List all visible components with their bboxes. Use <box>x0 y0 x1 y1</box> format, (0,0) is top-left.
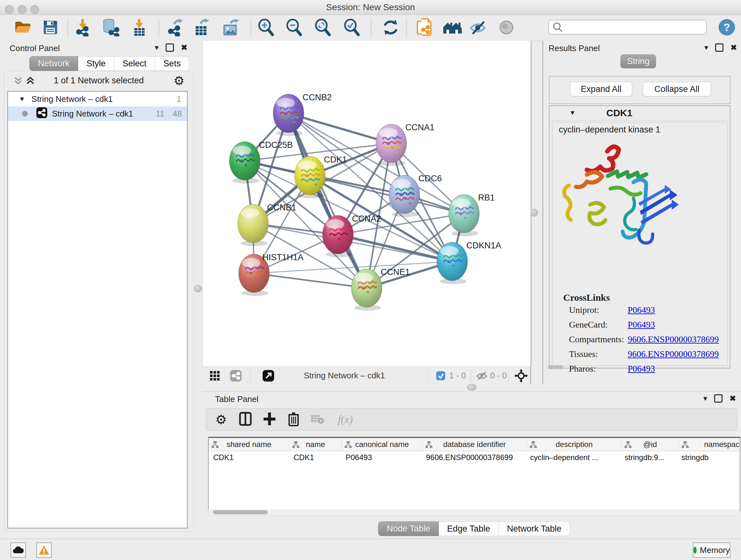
expand-all-button[interactable]: Expand All <box>570 82 632 97</box>
close-panel-icon[interactable]: ✖ <box>731 44 737 51</box>
import-table-file-icon[interactable] <box>132 18 146 38</box>
birds-eye-view-icon[interactable] <box>262 370 274 383</box>
table-hscrollbar-thumb[interactable] <box>213 510 268 514</box>
table-row[interactable]: CDK1CDK1P064939606.ENSP00000378699cyclin… <box>209 451 740 464</box>
results-button-bar: Expand All Collapse All <box>549 76 731 104</box>
network-node-CCNA1[interactable]: CCNA1 <box>376 123 434 166</box>
zoom-selected-icon[interactable] <box>344 19 360 37</box>
left-splitter-knob[interactable] <box>194 285 202 293</box>
duplicate-network-icon[interactable] <box>416 18 433 38</box>
footer-separator <box>508 369 509 382</box>
horizontal-splitter-knob[interactable] <box>467 384 476 390</box>
crosslink-link[interactable]: 9606.ENSP00000378699 <box>628 334 719 345</box>
network-node-CDKN1A[interactable]: CDKN1A <box>437 241 501 284</box>
search-input[interactable] <box>565 22 706 32</box>
table-cell[interactable]: cyclin–dependent ... <box>526 451 620 464</box>
network-node-HIST1H1A[interactable]: HIST1H1A <box>239 253 304 296</box>
tab-style[interactable]: Style <box>78 56 114 71</box>
collapse-panel-icon[interactable]: ▾ <box>155 44 158 51</box>
close-panel-icon[interactable]: ✖ <box>181 44 187 51</box>
tab-edge-table[interactable]: Edge Table <box>439 521 499 536</box>
open-session-icon[interactable] <box>14 20 31 36</box>
table-hscrollbar[interactable] <box>208 509 740 516</box>
zoom-in-icon[interactable] <box>258 19 274 37</box>
column-header-description[interactable]: description <box>527 438 622 451</box>
export-image-icon[interactable] <box>222 19 240 37</box>
table-cell[interactable]: CDK1 <box>209 451 289 464</box>
column-header-name[interactable]: name <box>289 438 342 451</box>
tab-node-table[interactable]: Node Table <box>378 521 439 536</box>
tab-string[interactable]: String <box>620 54 656 68</box>
zoom-fit-icon[interactable] <box>315 19 331 37</box>
warning-icon <box>39 545 50 555</box>
network-node-CCNB1[interactable]: CCNB1 <box>238 203 296 246</box>
table-panel-title: Table Panel <box>215 394 259 404</box>
column-header-@id[interactable]: @id <box>622 438 679 451</box>
column-header-namespace[interactable]: namespace <box>679 438 740 451</box>
collapse-panel-icon[interactable]: ▾ <box>704 44 708 51</box>
crosslink-link[interactable]: P06493 <box>628 364 655 374</box>
memory-button[interactable]: Memory <box>693 543 731 558</box>
selected-checkbox-icon[interactable] <box>436 371 446 382</box>
collapse-all-button[interactable]: Collapse All <box>643 82 711 97</box>
network-node-RB1[interactable]: RB1 <box>449 193 495 236</box>
save-session-icon[interactable] <box>43 20 58 36</box>
pan-crosshair-icon[interactable] <box>515 369 528 384</box>
crosslink-link[interactable]: 9606.ENSP00000378699 <box>628 349 719 359</box>
search-field[interactable] <box>548 20 707 35</box>
table-cell[interactable]: stringdb:9... <box>620 451 677 464</box>
share-view-icon[interactable] <box>230 370 242 383</box>
tab-network[interactable]: Network <box>29 56 78 71</box>
table-cell[interactable]: CDK1 <box>289 451 341 464</box>
table-cell[interactable]: P06493 <box>341 451 421 464</box>
hide-selected-icon[interactable] <box>469 20 487 37</box>
network-row[interactable]: String Network – cdk1 11 48 <box>8 106 187 121</box>
float-panel-icon[interactable] <box>165 44 174 52</box>
edge-CCNE1-HIST1H1A[interactable] <box>254 273 367 288</box>
crosslink-link[interactable]: P06493 <box>628 305 655 315</box>
collapse-panel-icon[interactable]: ▾ <box>703 395 707 402</box>
tree-expander-icon[interactable]: ▼ <box>19 96 25 103</box>
gene-entry-header[interactable]: ▼ CDK1 <box>549 106 730 120</box>
network-node-CCNB2[interactable]: CCNB2 <box>273 92 332 136</box>
first-neighbors-icon[interactable] <box>443 20 462 36</box>
table-cell[interactable]: 9606.ENSP00000378699 <box>421 451 526 464</box>
refresh-layout-icon[interactable] <box>382 19 399 37</box>
import-network-database-icon[interactable] <box>102 18 120 38</box>
show-columns-icon[interactable] <box>239 412 252 427</box>
help-button[interactable]: ? <box>719 19 735 36</box>
network-collection-row[interactable]: ▼ String Network – cdk1 1 <box>8 91 187 106</box>
edge-CCNB2-CCNA1[interactable] <box>288 113 391 143</box>
add-column-icon[interactable] <box>263 412 276 427</box>
zoom-out-icon[interactable] <box>286 19 302 37</box>
float-panel-icon[interactable] <box>714 394 723 402</box>
cloud-button[interactable] <box>10 543 26 558</box>
import-network-file-icon[interactable] <box>75 18 91 38</box>
table-cell[interactable]: stringdb <box>677 451 740 464</box>
show-all-icon[interactable] <box>498 20 515 37</box>
results-scrollbar-thumb[interactable] <box>548 365 563 369</box>
float-panel-icon[interactable] <box>715 44 724 52</box>
close-panel-icon[interactable]: ✖ <box>730 395 736 402</box>
right-splitter-knob[interactable] <box>530 209 538 216</box>
network-selection-status: 1 of 1 Network selected <box>4 76 193 85</box>
tab-sets[interactable]: Sets <box>155 56 189 71</box>
network-node-CCNE1[interactable]: CCNE1 <box>351 267 410 311</box>
warnings-button[interactable] <box>37 543 52 558</box>
delete-column-icon[interactable] <box>288 412 299 428</box>
export-table-icon[interactable] <box>194 18 210 38</box>
export-network-icon[interactable] <box>167 18 185 38</box>
tab-network-table[interactable]: Network Table <box>499 521 570 536</box>
network-options-gear-icon[interactable]: ⚙ <box>174 74 185 88</box>
crosslink-link[interactable]: P06493 <box>628 320 655 330</box>
column-header-shared-name[interactable]: shared name <box>209 438 289 451</box>
column-header-database-identifier[interactable]: database identifier <box>422 438 527 451</box>
grid-view-icon[interactable] <box>209 370 220 382</box>
control-panel: Control Panel ▾ ✖ NetworkStyleSelectSets… <box>0 41 198 539</box>
table-options-gear-icon[interactable]: ⚙ <box>215 412 227 427</box>
entry-expander-icon[interactable]: ▼ <box>569 109 576 117</box>
network-canvas[interactable]: CCNB2CCNA1CDC25BCDK1CDC6RB1CCNB1CCNA2CDK… <box>202 41 531 367</box>
tab-select[interactable]: Select <box>114 56 155 71</box>
table-toolbar: ⚙ f(x) <box>206 408 737 431</box>
column-header-canonical-name[interactable]: canonical name <box>342 438 422 451</box>
